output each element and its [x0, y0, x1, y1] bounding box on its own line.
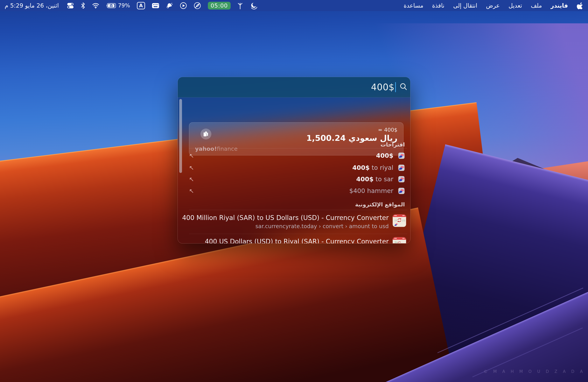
- timer-badge[interactable]: 05:00: [208, 2, 231, 10]
- spotlight-results: = 400$ 1,500.24 ريال سعودي yahoo!finance…: [178, 97, 410, 244]
- divider: [189, 148, 407, 149]
- menu-go[interactable]: انتقال إلى: [453, 2, 477, 9]
- bluetooth-icon[interactable]: [81, 1, 85, 10]
- insert-arrow-icon[interactable]: ↖: [189, 153, 194, 159]
- website-title[interactable]: 400 Million Riyal (SAR) to US Dollars (U…: [182, 214, 389, 221]
- menu-edit[interactable]: تعديل: [508, 2, 522, 9]
- website-favicon: $¤: [393, 237, 406, 244]
- menu-view[interactable]: عرض: [486, 2, 500, 9]
- menu-file[interactable]: ملف: [531, 2, 542, 9]
- suggestion-row[interactable]: ↖ 400$: [189, 150, 405, 161]
- suggestion-row[interactable]: ↖ $400 hammer: [189, 185, 405, 197]
- suggestions-header: اقتراحات: [380, 141, 405, 148]
- conversion-source-value: = 400$: [378, 127, 398, 133]
- web-search-icon: [398, 176, 405, 182]
- suggestion-completion: to riyal: [370, 164, 393, 171]
- moon-icon[interactable]: [250, 1, 258, 10]
- suggestion-query: 400$: [356, 175, 374, 183]
- spotlight-window[interactable]: 400$ = 400$ 1,500.24 ريال سعودي ya: [178, 77, 410, 244]
- suggestion-row[interactable]: ↖ 400$ to sar: [189, 173, 405, 185]
- insert-arrow-icon[interactable]: ↖: [189, 176, 194, 182]
- suggestion-completion: $400 hammer: [349, 187, 393, 194]
- suggestion-query: 400$: [352, 164, 370, 171]
- input-source-icon[interactable]: A: [137, 2, 145, 9]
- wallpaper-watermark: © M A H M O U D Z A D A: [483, 369, 585, 374]
- clock[interactable]: اثنين، 26 مايو 5:29 م: [5, 2, 59, 9]
- control-center-icon[interactable]: [67, 1, 74, 10]
- divider: [189, 210, 407, 210]
- search-icon: [399, 83, 408, 92]
- battery-status[interactable]: 79%: [106, 1, 130, 10]
- copy-icon[interactable]: [200, 128, 211, 139]
- play-icon[interactable]: [180, 1, 187, 10]
- apple-logo-icon[interactable]: [577, 1, 583, 10]
- wifi-icon[interactable]: [92, 1, 99, 10]
- menu-bar-menus: فايندر ملف تعديل عرض انتقال إلى نافذة مس…: [404, 1, 583, 10]
- menu-bar: اثنين، 26 مايو 5:29 م: [0, 0, 588, 11]
- insert-arrow-icon[interactable]: ↖: [189, 165, 194, 171]
- website-url: sar.currencyrate.today › convert › amoun…: [255, 223, 389, 230]
- battery-percent: 79%: [118, 2, 130, 9]
- website-favicon: tR U$: [393, 214, 406, 228]
- search-input[interactable]: 400$: [371, 82, 395, 92]
- website-title[interactable]: 400 US Dollars (USD) to Riyal (SAR) - Cu…: [205, 238, 389, 244]
- menu-help[interactable]: مساعدة: [404, 2, 423, 9]
- insert-arrow-icon[interactable]: ↖: [189, 188, 194, 194]
- menu-bar-status-cluster: اثنين، 26 مايو 5:29 م: [5, 1, 258, 10]
- keyboard-icon[interactable]: [152, 1, 159, 10]
- text-cursor: [395, 82, 396, 92]
- websites-header: المواقع الإلكترونية: [355, 201, 405, 208]
- svg-text:U$: U$: [402, 219, 405, 222]
- bell-icon[interactable]: [166, 1, 173, 10]
- menu-finder[interactable]: فايندر: [551, 2, 568, 9]
- rocket-blocked-icon[interactable]: [194, 1, 201, 10]
- divider: [189, 234, 407, 234]
- spotlight-search-field[interactable]: 400$: [178, 77, 410, 97]
- svg-text:$¤: $¤: [395, 241, 398, 244]
- scrollbar[interactable]: [179, 99, 182, 173]
- svg-text:tR: tR: [395, 219, 397, 222]
- web-search-icon: [398, 165, 405, 171]
- web-search-icon: [398, 152, 405, 159]
- battery-icon: [106, 1, 116, 10]
- branch-icon[interactable]: [237, 1, 243, 10]
- suggestion-completion: to sar: [374, 175, 393, 183]
- menu-window[interactable]: نافذة: [432, 2, 444, 9]
- suggestion-query: 400$: [376, 152, 393, 159]
- web-search-icon: [398, 188, 405, 194]
- suggestion-row[interactable]: ↖ 400$ to riyal: [189, 162, 405, 173]
- converted-amount: 1,500.24: [306, 133, 346, 143]
